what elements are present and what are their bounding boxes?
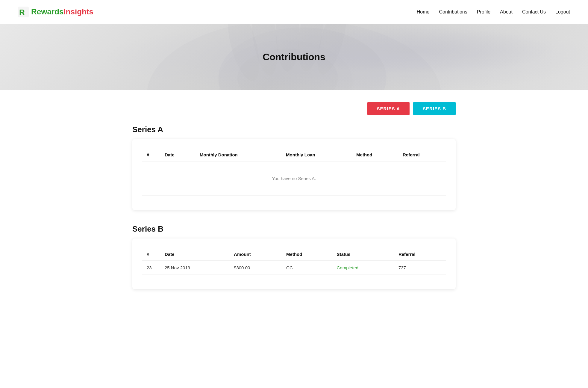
series-a-header-row: # Date Monthly Donation Monthly Loan Met… <box>142 149 446 161</box>
nav-logout[interactable]: Logout <box>555 9 570 14</box>
cell-method: CC <box>281 261 332 275</box>
series-b-col-number: # <box>142 248 160 261</box>
series-a-col-referral: Referral <box>398 149 446 161</box>
series-b-col-method: Method <box>281 248 332 261</box>
nav-links: Home Contributions Profile About Contact… <box>417 9 570 15</box>
series-a-col-method: Method <box>351 149 398 161</box>
series-a-col-number: # <box>142 149 160 161</box>
logo-icon: R <box>18 7 29 17</box>
series-a-col-monthly-loan: Monthly Loan <box>281 149 351 161</box>
logo-insights-text: Insights <box>63 7 93 16</box>
cell-date: 25 Nov 2019 <box>160 261 229 275</box>
series-a-col-monthly-donation: Monthly Donation <box>195 149 281 161</box>
navbar: R RewardsInsights Home Contributions Pro… <box>0 0 588 24</box>
nav-home[interactable]: Home <box>417 9 430 14</box>
table-row: 23 25 Nov 2019 $300.00 CC Completed 737 <box>142 261 446 275</box>
cell-number: 23 <box>142 261 160 275</box>
cell-referral: 737 <box>394 261 446 275</box>
series-a-table: # Date Monthly Donation Monthly Loan Met… <box>142 149 446 196</box>
series-a-empty-message: You have no Series A. <box>142 161 446 196</box>
series-b-button[interactable]: SERIES B <box>413 102 456 115</box>
cell-status: Completed <box>332 261 394 275</box>
series-b-heading: Series B <box>132 224 456 234</box>
series-b-col-referral: Referral <box>394 248 446 261</box>
series-b-header-row: # Date Amount Method Status Referral <box>142 248 446 261</box>
series-b-table: # Date Amount Method Status Referral 23 … <box>142 248 446 275</box>
main-content: SERIES A SERIES B Series A # Date Monthl… <box>114 90 474 327</box>
logo-rewards-text: Rewards <box>31 7 63 16</box>
series-a-button[interactable]: SERIES A <box>367 102 410 115</box>
series-b-table-card: # Date Amount Method Status Referral 23 … <box>132 238 456 289</box>
svg-text:R: R <box>19 8 25 17</box>
nav-profile[interactable]: Profile <box>477 9 490 14</box>
cell-amount: $300.00 <box>229 261 281 275</box>
series-b-col-amount: Amount <box>229 248 281 261</box>
hero-banner: Contributions <box>0 24 588 90</box>
series-a-heading: Series A <box>132 125 456 134</box>
series-a-col-date: Date <box>160 149 195 161</box>
series-a-empty-row: You have no Series A. <box>142 161 446 196</box>
series-a-table-card: # Date Monthly Donation Monthly Loan Met… <box>132 139 456 210</box>
hero-title: Contributions <box>263 52 325 63</box>
nav-contributions[interactable]: Contributions <box>439 9 467 14</box>
series-b-col-status: Status <box>332 248 394 261</box>
series-b-col-date: Date <box>160 248 229 261</box>
nav-contact-us[interactable]: Contact Us <box>522 9 546 14</box>
logo-link[interactable]: R RewardsInsights <box>18 7 93 17</box>
nav-about[interactable]: About <box>500 9 513 14</box>
series-buttons-container: SERIES A SERIES B <box>132 102 456 115</box>
